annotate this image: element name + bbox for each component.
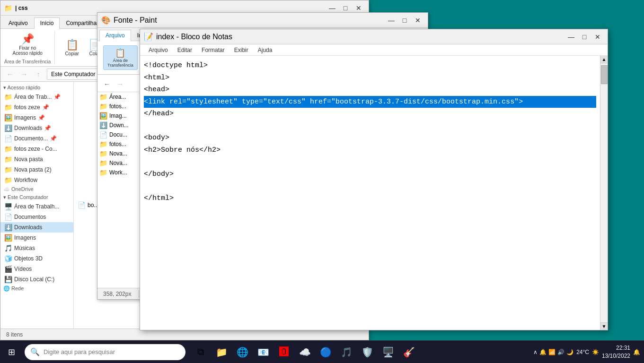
display-icon: 🖥️: [382, 346, 394, 358]
sidebar-item-nova-pasta[interactable]: 📁 Nova pasta: [0, 154, 73, 164]
pin-quick-access-button[interactable]: 📌 Fixar no Acesso rápido: [9, 31, 47, 58]
tray-expand-icon[interactable]: ∧: [533, 349, 538, 355]
edge-icon[interactable]: 🌐: [233, 343, 252, 362]
onedrive-header[interactable]: ☁️ OneDrive: [0, 185, 73, 193]
sidebar-item-label: Documento...: [14, 135, 48, 142]
menu-editar[interactable]: Editar: [173, 44, 197, 55]
sidebar-item-imagens-pc[interactable]: 🖼️ Imagens: [0, 233, 73, 243]
taskbar-clock[interactable]: 22:31 13/10/2022: [602, 344, 630, 360]
sidebar-item-videos[interactable]: 🎬 Vídeos: [0, 264, 73, 274]
sidebar-item-fotos-copy[interactable]: 📁 fotos zeze - Co...: [0, 144, 73, 154]
minimize-button[interactable]: —: [326, 3, 338, 13]
sidebar-item-objetos-3d[interactable]: 🧊 Objetos 3D: [0, 253, 73, 264]
network-icon[interactable]: 📶: [548, 349, 556, 355]
copy-button[interactable]: 📋 Copiar: [61, 36, 83, 59]
taskbar-search[interactable]: 🔍: [25, 344, 185, 360]
folder-name: Docu...: [109, 131, 127, 138]
taskbar-search-input[interactable]: [44, 348, 180, 355]
code-display[interactable]: <!doctype html><html><head><link rel="st…: [140, 56, 600, 330]
tab-inicio[interactable]: Início: [34, 17, 60, 29]
paint-forward-button[interactable]: →: [115, 78, 126, 90]
code-line: [144, 120, 596, 132]
document-icon: 📄: [4, 213, 12, 221]
folder-icon: 📁: [4, 4, 12, 12]
menu-arquivo[interactable]: Arquivo: [144, 44, 173, 55]
scroll-thumb[interactable]: [601, 65, 608, 84]
sidebar-item-documentos-pc[interactable]: 📄 Documentos: [0, 212, 73, 222]
this-pc-header[interactable]: ▾ Este Computador: [0, 193, 73, 201]
quick-access-header[interactable]: ▾ Acesso rápido: [0, 84, 73, 92]
sidebar-item-musicas[interactable]: 🎵 Músicas: [0, 243, 73, 253]
email-taskbar-icon[interactable]: 📧: [254, 343, 273, 362]
notification-bell-icon[interactable]: 🔔: [633, 349, 640, 355]
app-icon-extra[interactable]: 🎸: [399, 343, 418, 362]
code-line: <head>: [144, 84, 596, 96]
paint-maximize-button[interactable]: □: [398, 15, 411, 26]
paint-title: Fonte - Paint: [114, 16, 157, 25]
onedrive-taskbar-icon[interactable]: ☁️: [295, 343, 314, 362]
sidebar-item-documentos[interactable]: 📄 Documento... 📌: [0, 133, 73, 144]
folder-icon: 📁: [4, 156, 12, 163]
up-button[interactable]: ↑: [33, 69, 44, 80]
sidebar-item-downloads-pc[interactable]: ⬇️ Downloads: [0, 222, 73, 233]
forward-button[interactable]: →: [18, 69, 30, 80]
tab-arquivo[interactable]: Arquivo: [2, 17, 34, 28]
spotify-icon[interactable]: 🎵: [337, 343, 356, 362]
monitor-icon[interactable]: 🖥️: [379, 343, 397, 362]
pin-icon: 📌: [42, 104, 49, 111]
sidebar-item-downloads[interactable]: ⬇️ Downloads 📌: [0, 123, 73, 133]
copy-icon: 📋: [66, 39, 79, 51]
area-transfer-label2: Transferência: [107, 63, 133, 68]
sidebar-item-area-trabalho[interactable]: 📁 Área de Trab... 📌: [0, 92, 73, 102]
volume-icon[interactable]: 🔊: [557, 349, 565, 355]
notepad-close-button[interactable]: ✕: [591, 32, 604, 42]
back-button[interactable]: ←: [4, 69, 16, 80]
paint-minimize-button[interactable]: —: [385, 15, 397, 26]
folder-icon: 📁: [99, 93, 107, 101]
antivirus-icon[interactable]: 🛡️: [358, 343, 377, 362]
maximize-button[interactable]: □: [339, 3, 352, 13]
paint-close-button[interactable]: ✕: [412, 15, 424, 26]
sidebar-item-area-trabalho-pc[interactable]: 🖥️ Área de Trabalh...: [0, 201, 73, 212]
pin-access-button[interactable]: 📋 Área de Transferência: [103, 45, 138, 70]
explorer-tab-label: | css: [15, 5, 28, 11]
paint-group-access: 📋 Área de Transferência: [101, 43, 142, 72]
scroll-track[interactable]: [600, 63, 608, 322]
menu-ajuda[interactable]: Ajuda: [253, 44, 277, 55]
paint-back-button[interactable]: ←: [101, 78, 113, 90]
sidebar-item-fotos-zeze[interactable]: 📁 fotos zeze 📌: [0, 102, 73, 112]
folder-icon: 📁: [99, 103, 107, 110]
paint-group-items: 📋 Área de Transferência: [103, 45, 138, 70]
pin-icon: 📌: [53, 94, 61, 100]
network-header[interactable]: 🌐 Rede: [0, 285, 73, 293]
sidebar-item-label: fotos zeze: [14, 104, 40, 111]
sidebar-item-label: Nova pasta (2): [14, 166, 52, 173]
sidebar-item-label: Disco Local (C:): [14, 276, 54, 283]
paint-cursor-pos: 358, 202px: [103, 291, 131, 297]
notepad-title: index - Bloco de Notas: [156, 33, 232, 41]
chrome-icon[interactable]: 🔵: [316, 343, 335, 362]
scroll-up-button[interactable]: ▲: [600, 56, 608, 63]
explorer-window-controls: — □ ✕: [326, 3, 365, 13]
sidebar-item-imagens[interactable]: 🖼️ Imagens 📌: [0, 112, 73, 123]
notepad-minimize-button[interactable]: —: [565, 32, 577, 42]
menu-exibir[interactable]: Exibir: [229, 44, 253, 55]
sidebar-item-nova-pasta-2[interactable]: 📁 Nova pasta (2): [0, 164, 73, 175]
task-view-icon: ⧉: [197, 346, 204, 357]
notepad-maximize-button[interactable]: □: [578, 32, 591, 42]
notepad-menu: Arquivo Editar Formatar Exibir Ajuda: [140, 44, 608, 56]
email-icon: 📧: [257, 346, 269, 358]
pin-icon: 📌: [38, 114, 45, 121]
paint-tab-arquivo[interactable]: Arquivo: [99, 30, 131, 41]
explorer-taskbar-icon[interactable]: 📁: [212, 343, 231, 362]
onedrive-icon: ☁️: [299, 346, 311, 358]
notification-icon[interactable]: 🔔: [539, 349, 547, 355]
office-icon[interactable]: 🅾: [274, 343, 293, 362]
sidebar-item-disco[interactable]: 💾 Disco Local (C:): [0, 274, 73, 285]
sidebar-item-workflow[interactable]: 📁 Workflow: [0, 175, 73, 185]
scroll-down-button[interactable]: ▼: [600, 322, 608, 330]
menu-formatar[interactable]: Formatar: [197, 44, 229, 55]
start-button[interactable]: ⊞: [0, 341, 23, 363]
taskview-icon[interactable]: ⧉: [191, 343, 210, 362]
close-button[interactable]: ✕: [353, 3, 365, 13]
